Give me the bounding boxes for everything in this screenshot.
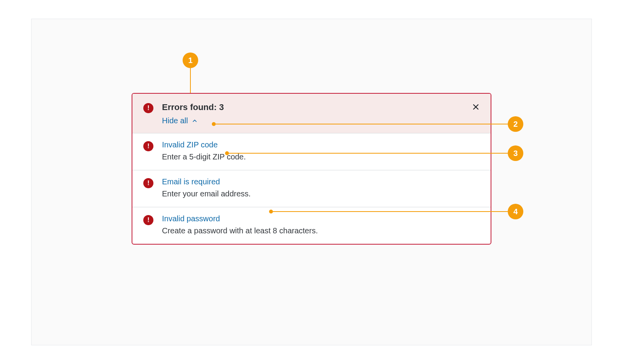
error-item-body: Create a password with at least 8 charac… <box>162 226 480 235</box>
chevron-up-icon <box>192 118 197 124</box>
error-item: ! Invalid ZIP code Enter a 5-digit ZIP c… <box>132 133 491 170</box>
callout-line-3 <box>229 153 508 154</box>
callout-badge-4: 4 <box>508 204 523 219</box>
alert-title: Errors found: 3 <box>162 102 480 112</box>
callout-line-4 <box>273 211 508 212</box>
error-item: ! Invalid password Create a password wit… <box>132 207 491 244</box>
error-item-body: Enter your email address. <box>162 189 480 198</box>
error-alert: ! Errors found: 3 Hide all ! <box>132 93 491 245</box>
callout-line-1 <box>190 68 191 96</box>
error-icon: ! <box>143 103 153 113</box>
error-item-title[interactable]: Email is required <box>162 177 480 186</box>
callout-badge-2: 2 <box>508 116 523 132</box>
header-texts: Errors found: 3 Hide all <box>162 102 480 125</box>
error-item-title[interactable]: Invalid password <box>162 214 480 223</box>
callout-dot-3 <box>225 151 229 155</box>
error-item: ! Email is required Enter your email add… <box>132 170 491 207</box>
callout-badge-1: 1 <box>183 52 198 68</box>
example-frame: 1 ! Errors found: 3 Hide all <box>31 19 592 345</box>
callout-line-2 <box>216 124 508 124</box>
error-item-body: Enter a 5-digit ZIP code. <box>162 152 480 161</box>
callout-badge-3: 3 <box>508 145 523 161</box>
hide-all-label: Hide all <box>162 116 188 125</box>
close-button[interactable] <box>470 102 481 113</box>
error-item-title[interactable]: Invalid ZIP code <box>162 140 480 149</box>
error-icon: ! <box>143 215 153 225</box>
alert-header: ! Errors found: 3 Hide all <box>132 94 491 133</box>
callout-dot-4 <box>269 210 273 214</box>
callout-dot-2 <box>212 122 216 126</box>
error-icon: ! <box>143 178 153 188</box>
close-icon <box>472 103 480 112</box>
error-icon: ! <box>143 141 153 151</box>
